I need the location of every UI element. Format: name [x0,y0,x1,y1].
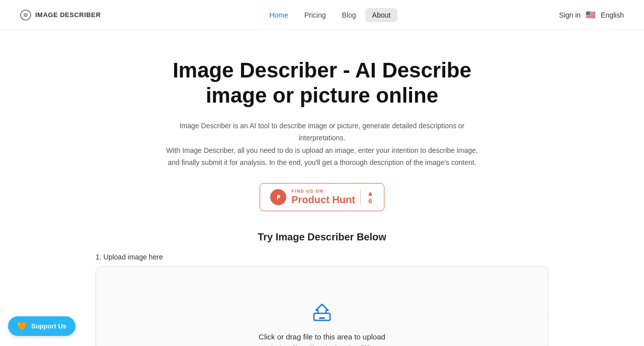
logo-text: IMAGE DESCRIBER [35,11,101,19]
heart-icon: 🧡 [17,321,27,331]
product-hunt-button[interactable]: FIND US ON Product Hunt ▲ 6 [260,183,384,211]
nav-home[interactable]: Home [262,8,295,22]
ph-name-label: Product Hunt [291,194,355,206]
hero-description: Image Describer is an AI tool to describ… [161,120,483,169]
support-label: Support Us [31,322,66,330]
tool-section: Try Image Describer Below 1. Upload imag… [86,231,558,346]
language-label[interactable]: English [601,11,624,19]
ph-logo [270,189,286,205]
flag-icon: 🇺🇸 [586,10,596,20]
ph-text: FIND US ON Product Hunt [291,189,355,206]
nav-right: Sign in 🇺🇸 English [559,10,624,20]
upload-text: Click or drag file to this area to uploa… [259,332,385,341]
navbar: IMAGE DESCRIBER Home Pricing Blog About … [0,0,644,30]
ph-votes: ▲ 6 [360,189,374,205]
upload-area[interactable]: Click or drag file to this area to uploa… [96,266,548,346]
nav-pricing[interactable]: Pricing [297,8,333,22]
upload-icon [310,299,334,325]
svg-rect-5 [314,313,330,320]
sign-in-link[interactable]: Sign in [559,11,581,19]
try-title: Try Image Describer Below [96,231,548,243]
svg-rect-4 [277,198,278,200]
support-button[interactable]: 🧡 Support Us [8,316,75,336]
step1-label: 1. Upload image here [96,253,548,261]
logo-icon [20,10,31,21]
logo[interactable]: IMAGE DESCRIBER [20,10,101,21]
upload-hint: jpg/png files with a size less than 2Mb [271,344,372,346]
svg-rect-6 [319,317,325,319]
nav-blog[interactable]: Blog [335,8,363,22]
hero-title: Image Describer - AI Describe image or p… [146,58,498,109]
nav-about[interactable]: About [365,8,398,22]
ph-find-label: FIND US ON [291,189,355,194]
hero-section: Image Describer - AI Describe image or p… [0,30,644,221]
nav-links: Home Pricing Blog About [262,8,397,22]
